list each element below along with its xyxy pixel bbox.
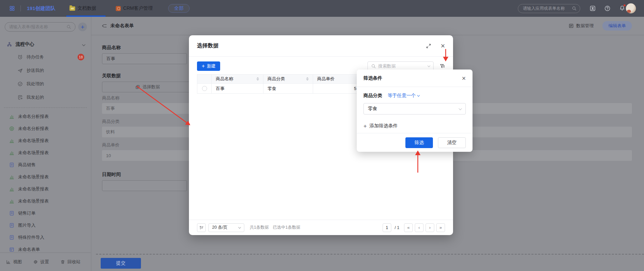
chart-icon	[6, 260, 11, 264]
filter-operator-select[interactable]: 等于任意一个	[388, 93, 419, 99]
chart-bars-icon	[9, 150, 14, 155]
sort-icon[interactable]	[256, 77, 259, 81]
help-icon[interactable]	[604, 5, 610, 11]
sidebar-search-input[interactable]: 请输入表单/报表名称	[5, 22, 76, 32]
settings-button[interactable]: 设置	[33, 259, 49, 265]
item-label: 待办任务	[27, 54, 44, 60]
chevron-down-icon	[428, 64, 430, 67]
search-placeholder: 请输入应用或表单名称	[523, 6, 569, 11]
app-grid-icon[interactable]	[9, 5, 15, 11]
plus-icon: +	[202, 63, 205, 69]
close-icon[interactable]: ×	[441, 42, 445, 50]
datetime-input[interactable]	[102, 180, 187, 191]
sidebar-item-handled-by-me[interactable]: 我处理的	[0, 77, 91, 91]
global-search-input[interactable]: 请输入应用或表单名称	[518, 4, 580, 13]
copy-icon	[135, 85, 140, 89]
app-screen: 191创建团队 文档数据 CRM客户管理 全部 请输入应用或表单名称	[0, 0, 644, 271]
todo-count-badge: 18	[78, 54, 84, 60]
expand-icon[interactable]	[426, 43, 431, 49]
notification-dot	[624, 4, 626, 6]
sidebar-item-form-image-import[interactable]: 图片导入	[0, 219, 91, 231]
recycle-bin-button[interactable]: 回收站	[60, 259, 81, 265]
modal-footer: 20 条/页 共1条数据 已选中1条数据 1 / 1 « ‹ › »	[189, 220, 453, 235]
clear-filter-button[interactable]: 清空	[438, 137, 466, 148]
close-icon[interactable]: ×	[462, 75, 466, 82]
sidebar-item-report-5[interactable]: 未命名场景报表	[0, 171, 91, 183]
product-name-input[interactable]: 百事	[102, 53, 187, 64]
team-name[interactable]: 191创建团队	[27, 5, 55, 12]
select-column-header	[197, 75, 212, 83]
new-record-button[interactable]: + 新建	[197, 61, 220, 71]
all-apps-button[interactable]: 全部	[168, 4, 190, 13]
chevron-down-icon	[238, 226, 241, 228]
modal-toolbar: + 新建 搜索数据	[189, 57, 453, 71]
modal-title: 选择数据	[197, 42, 218, 49]
prev-page-button[interactable]: ‹	[415, 223, 424, 232]
translate-icon[interactable]	[590, 5, 596, 11]
data-manage-button[interactable]: 数据管理	[568, 23, 594, 29]
chart-bars-icon	[9, 138, 14, 143]
submit-button[interactable]: 提交	[101, 258, 141, 269]
document-icon	[9, 211, 14, 216]
total-count: 共1条数据	[250, 225, 269, 230]
tab-crm[interactable]: CRM客户管理	[116, 0, 153, 17]
plus-icon: +	[363, 123, 367, 129]
paper-plane-icon	[17, 68, 23, 73]
sidebar-item-report-3[interactable]: 未命名场景报表	[0, 147, 91, 159]
sidebar-item-form-orders[interactable]: 销售订单	[0, 207, 91, 219]
filter-popup-title: 筛选条件	[363, 75, 382, 81]
page-total-label: / 1	[395, 225, 399, 230]
sidebar-item-cc-to-me[interactable]: 抄送我的	[0, 64, 91, 77]
sidebar-item-started-by-me[interactable]: 我发起的	[0, 91, 91, 104]
back-collapse-icon[interactable]	[102, 23, 107, 29]
current-page-input[interactable]: 1	[383, 223, 391, 232]
next-page-button[interactable]: ›	[426, 223, 434, 232]
first-page-button[interactable]: «	[404, 223, 413, 232]
sidebar: 请输入表单/报表名称 + 流程中心 待办任务 18 抄送我的 我处理的 我发起的	[0, 17, 91, 271]
page-size-select[interactable]: 20 条/页	[208, 223, 244, 232]
form-icon	[9, 247, 14, 252]
sort-lines-icon	[199, 225, 204, 230]
add-filter-condition-button[interactable]: + 添加筛选条件	[363, 123, 466, 129]
sidebar-item-form-sales[interactable]: 商品销售	[0, 159, 91, 171]
row-select-cell	[197, 84, 212, 93]
search-icon	[572, 6, 577, 11]
sidebar-item-report-1[interactable]: 未命名分析报表	[0, 123, 91, 135]
sidebar-item-report-7[interactable]: 未命名场景报表	[0, 195, 91, 207]
filter-value-select[interactable]: 零食	[363, 103, 466, 115]
edit-form-button[interactable]: 编辑表单	[602, 21, 632, 31]
sort-icon[interactable]	[306, 77, 309, 81]
tab-doc-data[interactable]: 文档数据	[69, 0, 96, 17]
item-label: 我处理的	[27, 81, 44, 87]
filter-funnel-icon[interactable]	[440, 63, 445, 69]
sidebar-section-process-center[interactable]: 流程中心	[0, 38, 91, 50]
navbar-divider	[20, 5, 21, 11]
search-icon	[66, 25, 71, 29]
sidebar-item-form-special-import[interactable]: 特殊控件导入	[0, 231, 91, 243]
target-icon	[9, 126, 14, 131]
record-counts: 共1条数据 已选中1条数据	[250, 225, 300, 230]
submit-bar: 提交	[96, 254, 644, 271]
column-header-category[interactable]: 商品分类	[263, 75, 313, 83]
user-avatar[interactable]	[626, 3, 636, 13]
last-page-button[interactable]: »	[436, 223, 445, 232]
column-header-name[interactable]: 商品名称	[212, 75, 263, 83]
sidebar-item-report-6[interactable]: 未命名场景报表	[0, 183, 91, 195]
sidebar-item-todo-tasks[interactable]: 待办任务 18	[0, 50, 91, 64]
clock-icon	[17, 54, 23, 60]
views-button[interactable]: 视图	[6, 259, 22, 265]
tab-label: CRM客户管理	[123, 5, 153, 11]
apply-filter-button[interactable]: 筛选	[405, 137, 433, 148]
add-form-button[interactable]: +	[78, 22, 87, 31]
row-radio[interactable]	[202, 86, 207, 91]
notifications-button[interactable]	[619, 5, 625, 12]
data-manage-icon	[568, 23, 574, 29]
selected-count: 已选中1条数据	[273, 225, 300, 230]
sidebar-item-report-2[interactable]: 未命名场景报表	[0, 135, 91, 147]
process-center-icon	[7, 42, 12, 47]
document-icon	[9, 223, 14, 228]
select-data-picker-button[interactable]: 选择数据	[102, 82, 193, 92]
chart-bars-icon	[9, 174, 14, 180]
display-settings-button[interactable]	[197, 223, 206, 232]
sidebar-item-report-0[interactable]: 未命名分析报表	[0, 110, 91, 123]
